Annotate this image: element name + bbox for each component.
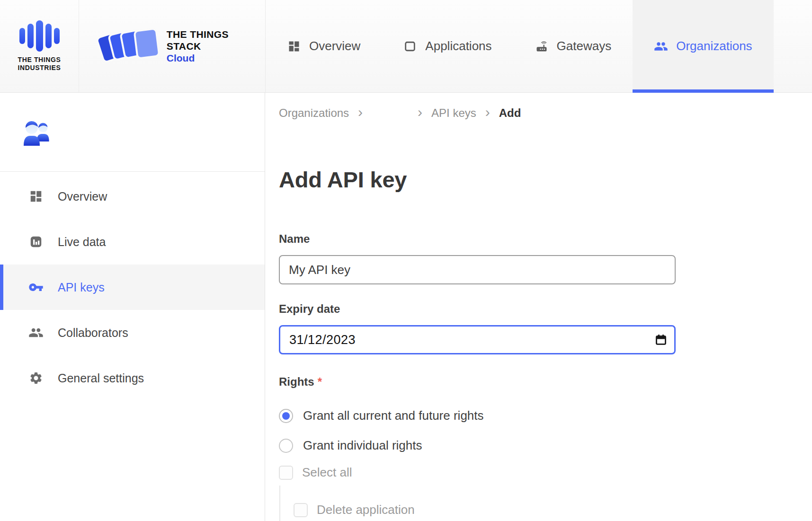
bar-chart-icon (28, 234, 44, 249)
top-header: THE THINGS INDUSTRIES THE THINGS STACK C… (0, 0, 812, 93)
chevron-separator-icon: › (409, 104, 431, 123)
breadcrumb-organizations[interactable]: Organizations (279, 106, 349, 120)
breadcrumb-current-add: Add (499, 106, 521, 120)
rights-children-group: Delete application (279, 486, 812, 521)
key-icon (28, 280, 44, 295)
radio-label: Grant all current and future rights (303, 408, 484, 423)
sidebar-item-general-settings[interactable]: General settings (0, 355, 265, 401)
radio-unselected-icon[interactable] (279, 439, 293, 453)
nav-tab-label: Gateways (557, 39, 612, 53)
select-all-label: Select all (302, 465, 352, 480)
things-industries-logo[interactable]: THE THINGS INDUSTRIES (0, 0, 79, 92)
nav-tab-label: Overview (309, 39, 360, 53)
things-stack-cards-icon (99, 26, 159, 67)
delete-application-label: Delete application (317, 503, 415, 517)
dashboard-icon (28, 189, 44, 204)
nav-tab-label: Applications (425, 39, 491, 53)
people-icon (654, 39, 668, 53)
sidebar-item-label: API keys (58, 281, 105, 294)
nav-tab-label: Organizations (676, 39, 752, 53)
sidebar-item-label: Collaborators (58, 326, 128, 340)
things-industries-wordmark: THE THINGS INDUSTRIES (18, 56, 61, 71)
nav-tab-applications[interactable]: Applications (382, 0, 513, 92)
people-icon (28, 325, 44, 340)
chevron-separator-icon: › (349, 104, 372, 123)
radio-selected-icon[interactable] (279, 409, 293, 423)
things-stack-wordmark: THE THINGS STACK (167, 28, 265, 52)
select-all-checkbox-row[interactable]: Select all (279, 465, 812, 480)
organization-avatar-section (0, 93, 265, 172)
sidebar-item-overview[interactable]: Overview (0, 174, 265, 219)
expiry-date-label: Expiry date (279, 302, 812, 316)
nav-tab-organizations[interactable]: Organizations (633, 0, 773, 92)
things-industries-bars-icon (19, 20, 60, 52)
name-input[interactable] (279, 255, 676, 284)
sidebar-item-label: Overview (58, 190, 107, 203)
router-icon (535, 39, 549, 53)
sidebar-item-label: General settings (58, 371, 144, 385)
radio-grant-individual-rights[interactable]: Grant individual rights (279, 438, 812, 453)
application-window-icon (403, 39, 417, 53)
add-api-key-form: Add API key Name Expiry date Rights* Gra… (266, 167, 812, 521)
page-title: Add API key (279, 167, 812, 193)
top-navigation: Overview Applications Gateways Organizat… (265, 0, 812, 92)
radio-label: Grant individual rights (303, 438, 422, 453)
required-asterisk: * (318, 375, 322, 388)
radio-grant-all-rights[interactable]: Grant all current and future rights (279, 408, 812, 423)
calendar-icon[interactable] (655, 334, 667, 346)
delete-application-checkbox-row[interactable]: Delete application (294, 503, 812, 517)
nav-tab-gateways[interactable]: Gateways (513, 0, 633, 92)
name-label: Name (279, 232, 812, 246)
main-content: Organizations › › API keys › Add Add API… (266, 93, 812, 521)
rights-label-row: Rights* (279, 375, 812, 389)
checkbox-icon[interactable] (279, 466, 293, 480)
sidebar-item-live-data[interactable]: Live data (0, 219, 265, 265)
gear-icon (28, 371, 44, 386)
expiry-date-input[interactable] (279, 325, 676, 354)
organization-avatar-icon (23, 118, 53, 146)
sidebar-item-label: Live data (58, 235, 106, 249)
expiry-date-field (279, 325, 676, 354)
breadcrumb: Organizations › › API keys › Add (266, 93, 812, 133)
things-stack-logo[interactable]: THE THINGS STACK Cloud (79, 0, 265, 92)
sidebar-item-api-keys[interactable]: API keys (0, 265, 265, 310)
chevron-separator-icon: › (476, 104, 499, 123)
things-stack-edition: Cloud (167, 52, 265, 64)
sidebar-menu: Overview Live data API keys Collaborator… (0, 172, 265, 401)
dashboard-icon (287, 39, 301, 53)
checkbox-icon[interactable] (294, 503, 308, 517)
nav-tab-overview[interactable]: Overview (266, 0, 382, 92)
breadcrumb-api-keys[interactable]: API keys (431, 106, 476, 120)
sidebar-item-collaborators[interactable]: Collaborators (0, 310, 265, 355)
sidebar: Overview Live data API keys Collaborator… (0, 93, 265, 521)
rights-label: Rights (279, 375, 314, 388)
